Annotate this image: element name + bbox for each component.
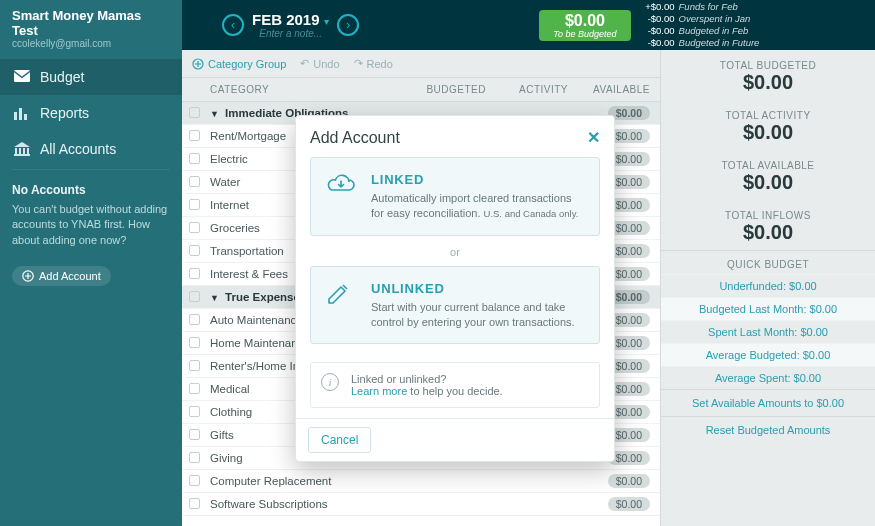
unlinked-option[interactable]: UNLINKED Start with your current balance…: [310, 266, 600, 345]
unlinked-desc: Start with your current balance and take…: [371, 300, 585, 330]
linked-note: U.S. and Canada only.: [484, 208, 579, 219]
learn-more-link[interactable]: Learn more: [351, 385, 407, 397]
linked-option[interactable]: LINKED Automatically import cleared tran…: [310, 157, 600, 236]
linked-title: LINKED: [371, 172, 585, 187]
modal-title: Add Account: [310, 129, 400, 147]
modal-overlay[interactable]: Add Account ✕ LINKED Automatically impor…: [0, 0, 875, 526]
or-separator: or: [310, 244, 600, 266]
cancel-button[interactable]: Cancel: [308, 427, 371, 453]
info-icon: i: [321, 373, 339, 391]
close-icon: ✕: [587, 129, 600, 146]
cloud-download-icon: [325, 172, 357, 196]
info-rest: to help you decide.: [407, 385, 502, 397]
info-question: Linked or unlinked?: [351, 373, 446, 385]
info-callout: i Linked or unlinked? Learn more to help…: [310, 362, 600, 408]
unlinked-title: UNLINKED: [371, 281, 585, 296]
add-account-modal: Add Account ✕ LINKED Automatically impor…: [295, 115, 615, 462]
close-button[interactable]: ✕: [587, 128, 600, 147]
edit-icon: [325, 281, 351, 307]
